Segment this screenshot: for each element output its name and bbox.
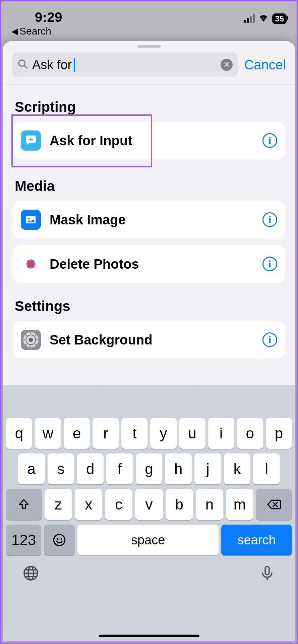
- search-key[interactable]: search: [221, 525, 292, 555]
- key-t[interactable]: t: [121, 418, 147, 449]
- key-s[interactable]: s: [48, 453, 74, 484]
- info-button[interactable]: i: [262, 332, 277, 347]
- key-x[interactable]: x: [75, 489, 102, 520]
- key-n[interactable]: n: [196, 489, 223, 520]
- key-h[interactable]: h: [165, 453, 192, 484]
- action-sheet: Ask for ✕ Cancel Scripting Ask for Input…: [3, 41, 295, 641]
- search-input-text: Ask for: [32, 58, 75, 72]
- battery-indicator: 35: [272, 13, 287, 24]
- shift-key[interactable]: [6, 489, 42, 520]
- action-set-background[interactable]: Set Background i: [13, 321, 285, 359]
- status-bar: 9:29 35: [1, 1, 297, 25]
- section-header-settings: Settings: [13, 289, 285, 321]
- emoji-key[interactable]: [44, 525, 75, 555]
- key-o[interactable]: o: [237, 418, 263, 449]
- svg-point-32: [61, 538, 62, 540]
- search-field[interactable]: Ask for ✕: [12, 52, 238, 77]
- status-time: 9:29: [11, 10, 62, 25]
- key-a[interactable]: a: [18, 453, 45, 484]
- key-k[interactable]: k: [224, 453, 251, 484]
- svg-line-1: [24, 65, 27, 68]
- info-button[interactable]: i: [262, 133, 277, 148]
- results-list[interactable]: Scripting Ask for Input i Media Mask Ima…: [3, 96, 295, 374]
- cellular-icon: [244, 14, 255, 23]
- numbers-key[interactable]: 123: [6, 525, 41, 555]
- svg-point-8: [28, 218, 29, 219]
- svg-point-30: [54, 534, 65, 545]
- svg-point-31: [57, 538, 58, 540]
- key-w[interactable]: w: [35, 418, 61, 449]
- key-i[interactable]: i: [208, 418, 234, 449]
- action-label: Delete Photos: [50, 257, 262, 272]
- wifi-icon: [258, 13, 269, 25]
- key-p[interactable]: p: [266, 418, 292, 449]
- cancel-button[interactable]: Cancel: [244, 57, 286, 72]
- info-button[interactable]: i: [262, 212, 277, 227]
- home-indicator[interactable]: [99, 635, 199, 637]
- key-v[interactable]: v: [135, 489, 163, 520]
- space-key[interactable]: space: [77, 525, 219, 555]
- mask-image-icon: [21, 210, 41, 230]
- dictation-key[interactable]: [259, 565, 275, 583]
- key-j[interactable]: j: [194, 453, 221, 484]
- section-header-scripting: Scripting: [13, 96, 285, 122]
- photos-app-icon: [21, 254, 41, 274]
- action-mask-image[interactable]: Mask Image i: [13, 201, 285, 238]
- status-indicators: 35: [244, 13, 287, 25]
- svg-rect-36: [265, 567, 269, 575]
- clear-search-button[interactable]: ✕: [221, 59, 233, 71]
- key-q[interactable]: q: [6, 418, 32, 449]
- info-button[interactable]: i: [262, 257, 277, 271]
- keyboard: qwertyuiop asdfghjkl zxcvbnm 123 space s…: [3, 385, 295, 641]
- action-delete-photos[interactable]: Delete Photos i: [13, 245, 285, 283]
- action-label: Ask for Input: [50, 133, 262, 148]
- chevron-left-icon: ◀: [11, 26, 18, 37]
- action-label: Mask Image: [50, 212, 262, 227]
- action-ask-for-input[interactable]: Ask for Input i: [13, 122, 285, 159]
- key-z[interactable]: z: [45, 489, 72, 520]
- svg-rect-6: [29, 139, 33, 140]
- section-header-media: Media: [13, 166, 285, 201]
- predictive-bar[interactable]: [3, 385, 295, 413]
- key-l[interactable]: l: [253, 453, 280, 484]
- key-r[interactable]: r: [93, 418, 119, 449]
- search-icon: [17, 59, 28, 71]
- key-d[interactable]: d: [77, 453, 104, 484]
- key-u[interactable]: u: [179, 418, 205, 449]
- key-m[interactable]: m: [226, 489, 253, 520]
- back-to-search[interactable]: ◀ Search: [1, 25, 297, 42]
- text-caret: [74, 58, 75, 72]
- settings-icon: [21, 330, 41, 350]
- delete-key[interactable]: [256, 489, 292, 520]
- key-f[interactable]: f: [106, 453, 133, 484]
- ask-for-input-icon: [21, 130, 41, 151]
- back-label: Search: [19, 25, 51, 37]
- globe-key[interactable]: [23, 565, 39, 583]
- keyboard-bottom-bar: [3, 555, 295, 592]
- action-label: Set Background: [50, 332, 262, 347]
- key-b[interactable]: b: [166, 489, 193, 520]
- key-g[interactable]: g: [136, 453, 163, 484]
- divider: [3, 85, 295, 85]
- key-y[interactable]: y: [150, 418, 176, 449]
- sheet-grabber[interactable]: [137, 45, 161, 48]
- key-c[interactable]: c: [105, 489, 132, 520]
- key-e[interactable]: e: [64, 418, 90, 449]
- svg-point-27: [29, 338, 33, 342]
- search-row: Ask for ✕ Cancel: [3, 52, 295, 85]
